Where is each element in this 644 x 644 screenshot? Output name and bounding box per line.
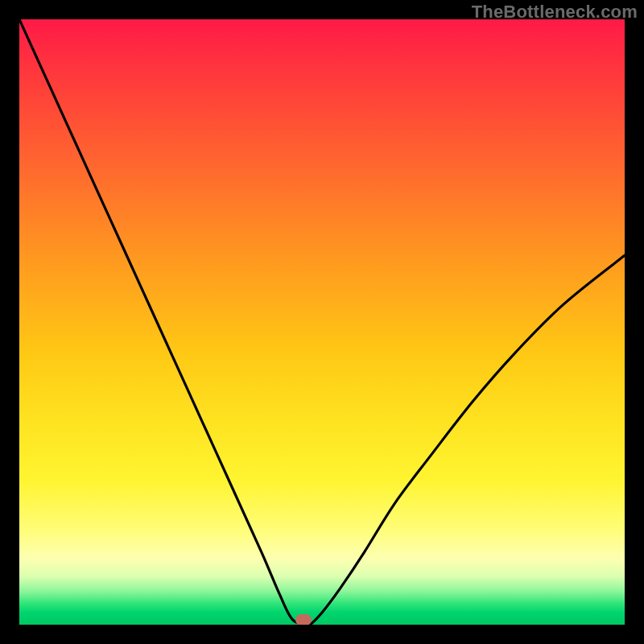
optimal-point-marker xyxy=(295,614,312,625)
chart-frame: TheBottleneck.com xyxy=(0,0,644,644)
bottleneck-curve xyxy=(19,19,625,625)
plot-area xyxy=(19,19,625,625)
